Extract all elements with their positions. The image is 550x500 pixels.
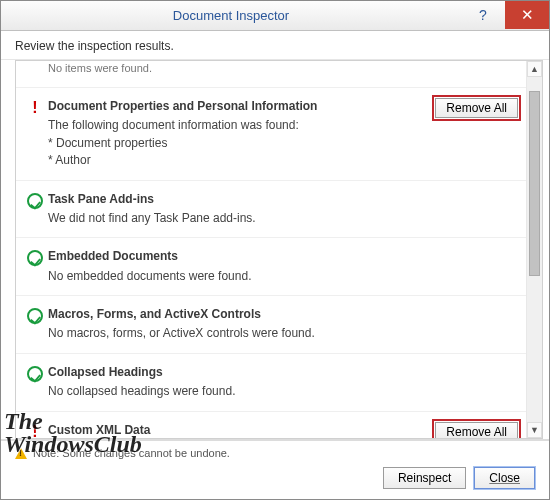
result-section: Macros, Forms, and ActiveX ControlsNo ma… [16, 296, 526, 354]
result-section: No items were found. [16, 61, 526, 88]
result-body: Collapsed HeadingsNo collapsed headings … [48, 364, 426, 401]
status-icon-ok [22, 364, 48, 382]
result-description: We did not find any Task Pane add-ins. [48, 210, 426, 227]
result-body: Embedded DocumentsNo embedded documents … [48, 248, 426, 285]
check-icon [27, 250, 43, 266]
exclamation-icon: ! [32, 424, 37, 438]
titlebar: Document Inspector ? ✕ [1, 1, 549, 31]
result-body: Macros, Forms, and ActiveX ControlsNo ma… [48, 306, 426, 343]
result-description: No items were found. [48, 61, 426, 77]
scroll-down-button[interactable]: ▼ [527, 422, 542, 438]
window-buttons: ? ✕ [461, 1, 549, 30]
reinspect-button[interactable]: Reinspect [383, 467, 466, 489]
check-icon [27, 193, 43, 209]
status-icon-ok [22, 191, 48, 209]
result-title: Macros, Forms, and ActiveX Controls [48, 306, 426, 323]
scroll-up-button[interactable]: ▲ [527, 61, 542, 77]
footer-note-text: Note: Some changes cannot be undone. [33, 447, 230, 459]
result-description: No embedded documents were found. [48, 268, 426, 285]
footer-note: Note: Some changes cannot be undone. [15, 447, 535, 459]
status-icon-warn: ! [22, 422, 48, 438]
close-button[interactable]: Close [474, 467, 535, 489]
results-panel: No items were found.!Document Properties… [1, 59, 549, 439]
result-description: No collapsed headings were found. [48, 383, 426, 400]
exclamation-icon: ! [32, 100, 37, 116]
vertical-scrollbar[interactable]: ▲ ▼ [526, 61, 542, 438]
result-section: Task Pane Add-insWe did not find any Tas… [16, 181, 526, 239]
dialog-footer: Note: Some changes cannot be undone. Rei… [1, 439, 549, 499]
result-title: Collapsed Headings [48, 364, 426, 381]
result-body: Custom XML DataCustom XML data was found… [48, 422, 426, 438]
results-scroll-area: No items were found.!Document Properties… [15, 60, 543, 439]
status-icon-warn: ! [22, 98, 48, 116]
instructions-text: Review the inspection results. [1, 31, 549, 59]
warning-icon [15, 448, 27, 459]
footer-buttons: Reinspect Close [15, 467, 535, 489]
result-title: Custom XML Data [48, 422, 426, 438]
result-description: No macros, forms, or ActiveX controls we… [48, 325, 426, 342]
remove-all-button[interactable]: Remove All [435, 422, 518, 438]
status-icon-ok [22, 306, 48, 324]
result-title: Document Properties and Personal Informa… [48, 98, 426, 115]
dialog-window: Document Inspector ? ✕ Review the inspec… [0, 0, 550, 500]
result-body: Task Pane Add-insWe did not find any Tas… [48, 191, 426, 228]
scroll-thumb[interactable] [529, 91, 540, 276]
result-section: Embedded DocumentsNo embedded documents … [16, 238, 526, 296]
status-icon-none [22, 61, 48, 63]
window-close-button[interactable]: ✕ [505, 1, 549, 29]
result-title: Embedded Documents [48, 248, 426, 265]
check-icon [27, 366, 43, 382]
help-button[interactable]: ? [461, 1, 505, 29]
status-icon-ok [22, 248, 48, 266]
result-description: The following document information was f… [48, 117, 426, 169]
result-section: !Document Properties and Personal Inform… [16, 88, 526, 181]
result-action: Remove All [426, 422, 518, 438]
result-body: Document Properties and Personal Informa… [48, 98, 426, 170]
result-action: Remove All [426, 98, 518, 118]
scroll-track[interactable] [527, 77, 542, 422]
remove-all-button[interactable]: Remove All [435, 98, 518, 118]
check-icon [27, 308, 43, 324]
result-body: No items were found. [48, 61, 426, 77]
result-section: Collapsed HeadingsNo collapsed headings … [16, 354, 526, 412]
window-title: Document Inspector [1, 8, 461, 23]
result-section: !Custom XML DataCustom XML data was foun… [16, 412, 526, 438]
results-list: No items were found.!Document Properties… [16, 61, 526, 438]
result-title: Task Pane Add-ins [48, 191, 426, 208]
